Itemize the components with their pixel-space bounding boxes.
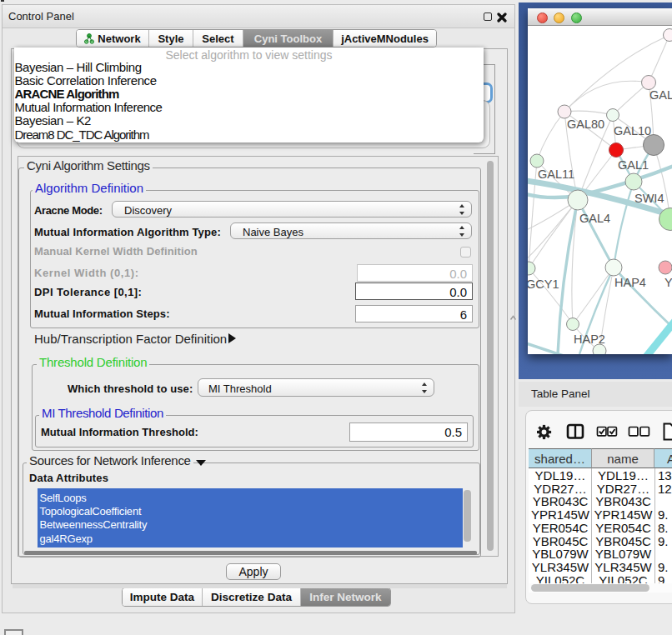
svg-text:GAL80: GAL80 bbox=[567, 118, 604, 131]
svg-text:GCY1: GCY1 bbox=[528, 278, 559, 291]
svg-text:GAL11: GAL11 bbox=[538, 168, 574, 181]
svg-text:HAP2: HAP2 bbox=[574, 332, 605, 346]
svg-text:GAL1: GAL1 bbox=[618, 158, 649, 172]
svg-text:Y: Y bbox=[664, 276, 672, 289]
svg-text:GAL7: GAL7 bbox=[649, 88, 672, 102]
svg-text:GAL10: GAL10 bbox=[614, 124, 651, 138]
svg-text:HAP4: HAP4 bbox=[614, 276, 646, 289]
svg-text:GAL4: GAL4 bbox=[579, 212, 610, 225]
svg-text:SWI4: SWI4 bbox=[634, 192, 664, 205]
